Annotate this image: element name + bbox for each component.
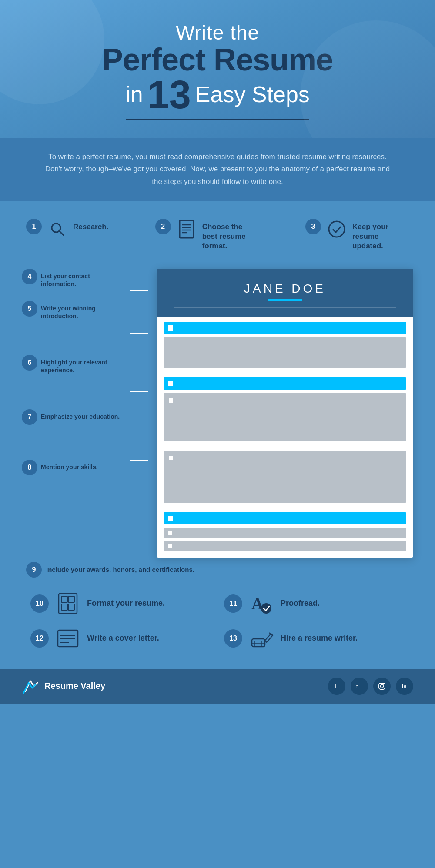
footer-logo: Resume Valley: [22, 678, 105, 695]
step-8-num: 8: [22, 460, 37, 475]
step-6-label: Highlight your relevant experience.: [41, 355, 122, 374]
resume-intro-bar: [164, 322, 406, 334]
logo-icon: [22, 678, 39, 695]
resume-section: 4 List your contact information. 5 Write…: [22, 269, 413, 558]
svg-rect-19: [252, 639, 265, 647]
intro-box: To write a perfect resume, you must read…: [0, 138, 435, 202]
step-12-item: 12 Write a cover letter.: [30, 625, 211, 651]
svg-rect-10: [68, 596, 74, 602]
step-11-label: Proofread.: [281, 598, 320, 608]
footer: Resume Valley f t in: [0, 669, 435, 704]
step-9-row: 9 Include your awards, honors, and certi…: [22, 562, 413, 578]
svg-rect-2: [180, 220, 194, 238]
linkedin-icon[interactable]: in: [396, 678, 413, 695]
step-9-num: 9: [26, 562, 42, 578]
instagram-icon[interactable]: [373, 678, 391, 695]
step-2-label: Choose the best resume format.: [202, 219, 259, 251]
svg-point-7: [329, 221, 345, 237]
header-line2: Perfect Resume: [35, 44, 400, 75]
resume-name-underline: [268, 299, 302, 301]
resume-education-block: [164, 451, 406, 503]
writer-icon: [248, 625, 274, 651]
svg-text:in: in: [402, 684, 407, 690]
connector-area: [130, 269, 148, 558]
resume-mockup: JANE DOE: [157, 269, 413, 558]
header-easy-steps: Easy Steps: [195, 82, 310, 107]
intro-text: To write a perfect resume, you must read…: [44, 151, 392, 189]
svg-rect-12: [68, 604, 74, 610]
step-5-label: Write your winning introduction.: [41, 301, 122, 320]
clock-check-icon: [326, 219, 347, 240]
top-steps-row: 1 Research. 2 Choose the: [22, 219, 413, 251]
step-1-num: 1: [26, 219, 42, 234]
resume-skills-bar: [164, 512, 406, 524]
step-10-num: 10: [30, 594, 49, 613]
step-13-label: Hire a resume writer.: [281, 633, 358, 643]
step-11-item: 11 A Proofread.: [224, 591, 405, 617]
step-13-item: 13 Hire a resume writer.: [224, 625, 405, 651]
step-2-num: 2: [155, 219, 171, 234]
footer-socials[interactable]: f t in: [328, 678, 413, 695]
step-10-label: Format your resume.: [87, 598, 165, 608]
svg-text:t: t: [356, 684, 358, 690]
step-7-label: Emphasize your education.: [41, 409, 120, 421]
svg-rect-9: [61, 596, 67, 602]
step-7-num: 7: [22, 409, 37, 425]
svg-point-28: [381, 684, 384, 688]
svg-rect-11: [61, 604, 67, 610]
proofread-icon: A: [248, 591, 274, 617]
step-11-num: 11: [224, 594, 242, 613]
step-6-num: 6: [22, 355, 37, 371]
resume-header: JANE DOE: [157, 269, 413, 317]
header-section: Write the Perfect Resume in 13 Easy Step…: [0, 0, 435, 138]
format-icon: [55, 591, 81, 617]
resume-experience-section: [157, 375, 413, 448]
document-icon: [176, 219, 197, 240]
resume-skills-section: [157, 510, 413, 558]
bottom-steps: 10 Format your resume. 11 A: [22, 591, 413, 651]
step-13-num: 13: [224, 629, 242, 648]
svg-rect-27: [379, 683, 385, 689]
step-12-num: 12: [30, 629, 49, 648]
step-2-item: 2 Choose the best resume format.: [155, 219, 259, 251]
step-3-label: Keep your resume updated.: [352, 219, 409, 251]
svg-line-1: [59, 231, 64, 235]
step-5-num: 5: [22, 301, 37, 317]
footer-brand-name: Resume Valley: [44, 681, 105, 691]
resume-left-steps: 4 List your contact information. 5 Write…: [22, 269, 122, 558]
step-9-label: Include your awards, honors, and certifi…: [46, 562, 194, 574]
header-num13: 13: [147, 75, 191, 114]
step-4-num: 4: [22, 269, 37, 284]
main-content: 1 Research. 2 Choose the: [0, 201, 435, 668]
resume-experience-bar: [164, 377, 406, 390]
step-1-label: Research.: [73, 219, 108, 232]
svg-point-14: [261, 603, 271, 614]
step-4-label: List your contact information.: [41, 269, 122, 288]
step-3-item: 3 Keep your resume updated.: [305, 219, 409, 251]
step-12-label: Write a cover letter.: [87, 633, 159, 643]
header-line3: in 13 Easy Steps: [35, 75, 400, 114]
svg-text:f: f: [335, 683, 337, 690]
header-underline: [126, 119, 309, 120]
resume-intro-section: [157, 317, 413, 375]
step-8-label: Mention your skills.: [41, 460, 98, 471]
resume-experience-block: [164, 393, 406, 441]
step-10-item: 10 Format your resume.: [30, 591, 211, 617]
resume-education-section: [157, 448, 413, 510]
svg-point-29: [383, 684, 384, 685]
resume-intro-block: [164, 337, 406, 368]
facebook-icon[interactable]: f: [328, 678, 345, 695]
step-3-num: 3: [305, 219, 321, 234]
cover-letter-icon: [55, 625, 81, 651]
step-1-item: 1 Research.: [26, 219, 108, 240]
header-line1: Write the: [35, 22, 400, 44]
header-in: in: [125, 82, 143, 107]
resume-name: JANE DOE: [170, 282, 400, 296]
search-icon: [47, 219, 68, 240]
twitter-icon[interactable]: t: [351, 678, 368, 695]
